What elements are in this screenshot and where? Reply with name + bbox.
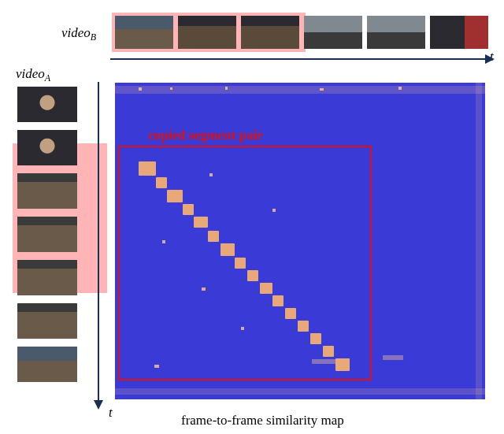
- video-a-frame: [17, 173, 77, 209]
- video-b-frame: [430, 16, 488, 49]
- axis-arrow-horizontal: [110, 58, 493, 60]
- video-a-frame: [17, 303, 77, 339]
- video-a-frame: [17, 260, 77, 295]
- label-video-a: videoA: [16, 66, 50, 84]
- copied-segment-box: [118, 146, 372, 380]
- video-b-frame: [241, 16, 299, 49]
- figure-caption: frame-to-frame similarity map: [181, 413, 344, 428]
- video-a-frame: [17, 217, 77, 252]
- video-b-frame: [304, 16, 362, 49]
- video-b-frame: [367, 16, 425, 49]
- video-b-frame: [115, 16, 173, 49]
- video-a-frame: [17, 87, 77, 122]
- video-b-frame: [178, 16, 236, 49]
- copied-segment-label: copied segment pair: [148, 128, 262, 143]
- video-b-thumbnails: [115, 16, 488, 49]
- video-a-thumbnails: [17, 87, 77, 382]
- video-a-frame: [17, 347, 77, 382]
- axis-arrow-vertical: [98, 82, 99, 408]
- video-a-frame: [17, 130, 77, 165]
- label-video-b: videoB: [61, 25, 96, 43]
- axis-label-t-bottom: t: [109, 405, 113, 421]
